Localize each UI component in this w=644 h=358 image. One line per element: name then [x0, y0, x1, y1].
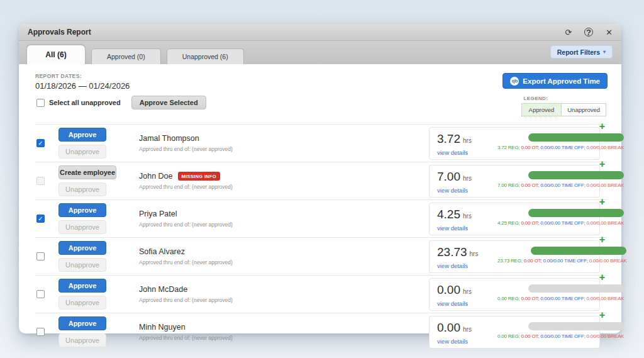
employee-name: Priya Patel: [139, 210, 177, 218]
hours-unit: hrs: [463, 326, 472, 333]
add-time-icon[interactable]: +: [599, 272, 605, 282]
hours-value: 4.25: [437, 208, 460, 221]
employee-row: Approve Unapprove Jamal Thompson Approve…: [35, 124, 608, 162]
employee-rows: Approve Unapprove Jamal Thompson Approve…: [35, 124, 608, 350]
window-title: Approvals Report: [28, 28, 91, 36]
legend-label: LEGEND:: [524, 96, 606, 101]
hours-unit: hrs: [463, 213, 472, 220]
hours-unit: hrs: [463, 288, 472, 295]
add-time-icon[interactable]: +: [599, 235, 605, 245]
view-details-link[interactable]: view details: [437, 300, 468, 307]
view-details-link[interactable]: view details: [437, 187, 468, 194]
employee-name: John Doe: [139, 172, 173, 181]
unapprove-button[interactable]: Unapprove: [58, 182, 106, 196]
select-all-unapproved-checkbox[interactable]: [36, 99, 45, 107]
add-time-icon[interactable]: +: [599, 121, 605, 131]
hours-unit: hrs: [470, 250, 479, 257]
time-stats: 23.73 REG; 0.00 OT; 0.00/0.00 TIME OFF; …: [497, 258, 626, 264]
employee-name: Sofia Alvarez: [139, 247, 185, 256]
hours-card: + 3.72hrs view details 3.72 REG; 0.00 OT…: [429, 127, 600, 160]
approve-selected-button[interactable]: Approve Selected: [131, 96, 206, 109]
hours-card: + 0.00hrs view details 0.00 REG; 0.00 OT…: [429, 278, 600, 311]
help-icon[interactable]: ?: [584, 28, 593, 36]
hours-value: 0.00: [437, 283, 460, 296]
row-checkbox[interactable]: [36, 328, 45, 336]
time-stats: 0.00 REG; 0.00 OT; 0.00/0.00 TIME OFF; 0…: [497, 296, 624, 301]
time-bar: [528, 322, 624, 330]
add-time-icon[interactable]: +: [599, 159, 605, 169]
hours-value: 7.00: [437, 170, 460, 183]
report-content: REPORT DATES: 01/18/2026 — 01/24/2026 qb…: [19, 64, 621, 350]
row-checkbox[interactable]: [36, 177, 45, 185]
row-checkbox[interactable]: [36, 139, 45, 147]
unapprove-button[interactable]: Unapprove: [58, 220, 106, 234]
employee-row: Approve Unapprove John McDade Approved t…: [35, 275, 608, 313]
add-time-icon[interactable]: +: [599, 197, 605, 207]
view-details-link[interactable]: view details: [437, 338, 468, 345]
hours-value: 0.00: [437, 321, 460, 334]
refresh-icon[interactable]: ⟳: [565, 28, 572, 36]
employee-row: Approve Unapprove Priya Patel Approved t…: [35, 199, 608, 237]
employee-row: Approve Unapprove Sofia Alvarez Approved…: [35, 237, 608, 275]
legend: LEGEND: Approved Unapproved: [521, 96, 606, 116]
unapprove-button[interactable]: Unapprove: [58, 333, 106, 347]
report-dates-range: 01/18/2026 — 01/24/2026: [35, 81, 130, 91]
time-bar: [528, 171, 624, 179]
hours-value: 23.73: [437, 245, 467, 259]
approve-button[interactable]: Approve: [58, 128, 106, 142]
unapprove-button[interactable]: Unapprove: [58, 258, 106, 272]
row-checkbox[interactable]: [36, 215, 45, 223]
approved-thru-text: Approved thru end of: (never approved): [139, 259, 233, 266]
hours-unit: hrs: [463, 137, 472, 144]
missing-info-badge: MISSING INFO: [178, 172, 220, 181]
time-bar: [528, 133, 624, 142]
hours-unit: hrs: [463, 175, 472, 182]
time-bar: [528, 209, 624, 217]
hours-value: 3.72: [437, 132, 460, 145]
chevron-down-icon: ▾: [603, 49, 606, 55]
unapprove-button[interactable]: Unapprove: [58, 296, 106, 310]
add-time-icon[interactable]: +: [599, 310, 605, 320]
window-titlebar: Approvals Report ⟳ ? ✕: [19, 24, 621, 41]
report-dates-label: REPORT DATES:: [35, 73, 130, 79]
time-stats: 4.25 REG; 0.00 OT; 0.00/0.00 TIME OFF; 0…: [497, 220, 624, 226]
approve-button[interactable]: Approve: [58, 203, 106, 217]
row-checkbox[interactable]: [36, 252, 45, 260]
approved-thru-text: Approved thru end of: (never approved): [139, 297, 233, 303]
create-employee-button[interactable]: Create employee: [58, 165, 116, 179]
unapprove-button[interactable]: Unapprove: [58, 145, 106, 159]
report-filters-button[interactable]: Report Filters ▾: [550, 45, 613, 59]
time-stats: 3.72 REG; 0.00 OT; 0.00/0.00 TIME OFF; 0…: [497, 145, 624, 150]
row-checkbox[interactable]: [36, 290, 45, 298]
legend-approved-swatch: Approved: [521, 103, 562, 116]
employee-row: Create employee Unapprove John Doe MISSI…: [35, 162, 608, 199]
select-all-unapproved-label: Select all unapproved: [49, 99, 121, 106]
tab-all[interactable]: All (6): [26, 45, 86, 64]
tab-strip: All (6) Approved (0) Unapproved (6) Repo…: [19, 41, 621, 64]
hours-card: + 0.00hrs view details 0.00 REG; 0.00 OT…: [429, 316, 600, 349]
tab-unapproved[interactable]: Unapproved (6): [167, 48, 244, 64]
employee-name: John McDade: [139, 285, 187, 294]
time-bar: [528, 284, 624, 293]
view-details-link[interactable]: view details: [437, 262, 468, 269]
approved-thru-text: Approved thru end of: (never approved): [139, 184, 233, 190]
employee-name: Minh Nguyen: [139, 323, 186, 332]
approve-button[interactable]: Approve: [58, 241, 106, 255]
approved-thru-text: Approved thru end of: (never approved): [139, 146, 233, 152]
approved-thru-text: Approved thru end of: (never approved): [139, 221, 233, 228]
employee-name: Jamal Thompson: [139, 134, 199, 143]
export-approved-time-button[interactable]: qb Export Approved Time: [502, 73, 608, 89]
approve-button[interactable]: Approve: [58, 279, 106, 293]
view-details-link[interactable]: view details: [437, 149, 468, 156]
approvals-report-window: Approvals Report ⟳ ? ✕ All (6) Approved …: [19, 24, 621, 333]
close-icon[interactable]: ✕: [606, 28, 613, 36]
hours-card: + 4.25hrs view details 4.25 REG; 0.00 OT…: [429, 203, 600, 235]
time-bar: [531, 247, 626, 255]
hours-card: + 7.00hrs view details 7.00 REG; 0.00 OT…: [429, 165, 600, 198]
approve-button[interactable]: Approve: [58, 316, 106, 330]
time-stats: 0.00 REG; 0.00 OT; 0.00/0.00 TIME OFF; 0…: [497, 333, 624, 339]
hours-card: + 23.73hrs view details 23.73 REG; 0.00 …: [429, 240, 600, 273]
employee-row: Approve Unapprove Minh Nguyen Approved t…: [35, 313, 608, 350]
view-details-link[interactable]: view details: [437, 225, 468, 232]
tab-approved[interactable]: Approved (0): [91, 48, 161, 64]
